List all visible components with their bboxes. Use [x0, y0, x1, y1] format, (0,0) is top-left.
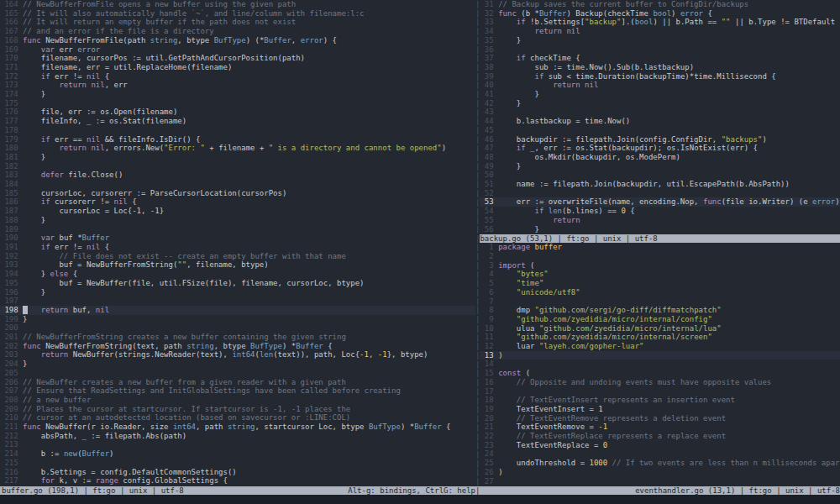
code-line[interactable]: 203 return NewBuffer(strings.NewReader(t…: [0, 350, 475, 360]
code-line[interactable]: 47 if _, err := os.Stat(backupdir); os.I…: [480, 144, 840, 153]
code-line[interactable]: 180 return nil, errors.New("Error: " + f…: [0, 144, 475, 153]
code-line[interactable]: 21 TextEventRemove = -1: [480, 423, 840, 432]
code-line[interactable]: 2: [480, 252, 840, 261]
code-line[interactable]: 178: [0, 126, 475, 135]
code-line[interactable]: 194 } else {: [0, 270, 475, 279]
code-line[interactable]: 197: [0, 297, 475, 306]
code-line[interactable]: 171 filename, err = util.ReplaceHome(fil…: [0, 63, 475, 72]
code-line[interactable]: 5 "time": [480, 279, 840, 288]
code-line[interactable]: 174 }: [0, 90, 475, 99]
code-line[interactable]: 191 if err != nil {: [0, 243, 475, 252]
code-line[interactable]: 53 err := overwriteFile(name, encoding.N…: [480, 197, 840, 207]
code-line[interactable]: 188 }: [0, 216, 475, 225]
code-line[interactable]: 15 const (: [480, 369, 840, 378]
code-line[interactable]: 207 // Ensure that ReadSettings and Init…: [0, 386, 475, 396]
code-line[interactable]: 20 // TextEventRemove represents a delet…: [480, 414, 840, 423]
code-line[interactable]: 22 // TextEventReplace represents a repl…: [480, 432, 840, 441]
code-line[interactable]: 35 }: [480, 36, 840, 45]
code-line[interactable]: 214 b := new(Buffer): [0, 449, 475, 459]
code-line[interactable]: 164 // NewBufferFromFile opens a new buf…: [0, 0, 475, 9]
code-line[interactable]: 44 b.lastbackup = time.Now(): [480, 117, 840, 126]
code-line[interactable]: 170 filename, cursorPos := util.GetPathA…: [0, 54, 475, 63]
code-line[interactable]: 11 "github.com/zyedidia/micro/internal/s…: [480, 333, 840, 342]
code-line[interactable]: 33 if !b.Settings["backup"].(bool) || b.…: [480, 18, 840, 27]
code-line[interactable]: 201 // NewBufferFromString creates a new…: [0, 333, 475, 342]
code-line[interactable]: 205: [0, 369, 475, 378]
code-line[interactable]: 216 b.Settings = config.DefaultCommonSet…: [0, 468, 475, 477]
code-line[interactable]: 27: [480, 477, 840, 486]
code-line[interactable]: 210 // cursor at an autodetected locatio…: [0, 413, 475, 423]
code-line[interactable]: 50: [480, 171, 840, 180]
code-line[interactable]: 12 luar "layeh.com/gopher-luar": [480, 342, 840, 351]
code-line[interactable]: 177 fileInfo, _ := os.Stat(filename): [0, 117, 475, 126]
code-line[interactable]: 19 TextEventInsert = 1: [480, 405, 840, 414]
code-line[interactable]: 202 func NewBufferFromString(text, path …: [0, 342, 475, 351]
code-line[interactable]: 193 buf = NewBufferFromString("", filena…: [0, 260, 475, 270]
code-line[interactable]: 26 ): [480, 468, 840, 477]
code-line[interactable]: 18 // TextEventInsert represents an inse…: [480, 396, 840, 405]
code-line[interactable]: 3 import (: [480, 261, 840, 270]
code-line[interactable]: 10 ulua "github.com/zyedidia/micro/inter…: [480, 324, 840, 333]
code-line[interactable]: 55 return: [480, 216, 840, 225]
code-line[interactable]: 183 defer file.Close(): [0, 171, 475, 180]
code-line[interactable]: 196 }: [0, 288, 475, 297]
code-line[interactable]: 37 if checkTime {: [480, 54, 840, 63]
code-line[interactable]: 195 buf = NewBuffer(file, util.FSize(fil…: [0, 279, 475, 288]
code-line[interactable]: 199 }: [0, 315, 475, 324]
code-line[interactable]: 8 dmp "github.com/sergi/go-diff/diffmatc…: [480, 306, 840, 315]
code-line[interactable]: 9 "github.com/zyedidia/micro/internal/co…: [480, 315, 840, 324]
code-line[interactable]: 186 if cursorerr != nil {: [0, 197, 475, 207]
code-line[interactable]: 175: [0, 99, 475, 108]
editor-pane-eventhandler-go[interactable]: 1 package buffer 2 3 import ( 4 "bytes" …: [480, 243, 840, 486]
code-line[interactable]: 16 // Opposite and undoing events must h…: [480, 378, 840, 387]
code-line[interactable]: 166 // It will return an empty buffer if…: [0, 18, 475, 27]
code-line[interactable]: 4 "bytes": [480, 270, 840, 279]
code-line[interactable]: 165 // It will also automatically handle…: [0, 9, 475, 18]
code-line[interactable]: 169 var err error: [0, 45, 475, 55]
code-line[interactable]: 215: [0, 459, 475, 468]
code-line[interactable]: 190 var buf *Buffer: [0, 234, 475, 243]
code-line[interactable]: 198 return buf, nil: [0, 306, 475, 315]
code-line[interactable]: 14: [480, 360, 840, 369]
code-line[interactable]: 185 cursorLoc, cursorerr := ParseCursorL…: [0, 189, 475, 198]
code-line[interactable]: 46 backupdir := filepath.Join(config.Con…: [480, 135, 840, 144]
code-line[interactable]: 48 os.Mkdir(backupdir, os.ModePerm): [480, 153, 840, 162]
code-line[interactable]: 184: [0, 180, 475, 189]
code-line[interactable]: 211 func NewBuffer(r io.Reader, size int…: [0, 423, 475, 432]
code-line[interactable]: 36: [480, 45, 840, 55]
editor-pane-buffer-go[interactable]: 164 // NewBufferFromFile opens a new buf…: [0, 0, 475, 486]
code-line[interactable]: 208 // a new buffer: [0, 396, 475, 405]
code-line[interactable]: 51 name := filepath.Join(backupdir, util…: [480, 180, 840, 189]
code-line[interactable]: 212 absPath, _ := filepath.Abs(path): [0, 432, 475, 441]
code-line[interactable]: 34 return nil: [480, 27, 840, 36]
code-line[interactable]: 17: [480, 387, 840, 396]
code-line[interactable]: 52: [480, 189, 840, 198]
code-line[interactable]: 182: [0, 162, 475, 171]
code-line[interactable]: 25 undoThreshold = 1000 // If two events…: [480, 459, 840, 468]
code-line[interactable]: 7: [480, 297, 840, 307]
code-line[interactable]: 31 // Backup saves the current buffer to…: [480, 0, 840, 9]
code-line[interactable]: 209 // Places the cursor at startcursor.…: [0, 405, 475, 414]
code-line[interactable]: 200: [0, 323, 475, 333]
code-line[interactable]: 56 }: [480, 225, 840, 234]
code-line[interactable]: 23 TextEventReplace = 0: [480, 441, 840, 450]
code-line[interactable]: 39 if sub < time.Duration(backupTime)*ti…: [480, 72, 840, 81]
code-line[interactable]: 172 if err != nil {: [0, 72, 475, 81]
code-line[interactable]: 206 // NewBuffer creates a new buffer fr…: [0, 378, 475, 387]
code-line[interactable]: 32 func (b *Buffer) Backup(checkTime boo…: [480, 9, 840, 18]
code-line[interactable]: 189: [0, 225, 475, 234]
code-line[interactable]: 13 ): [480, 351, 840, 360]
editor-pane-backup-go[interactable]: 31 // Backup saves the current buffer to…: [480, 0, 840, 234]
code-line[interactable]: 40 return nil: [480, 81, 840, 90]
code-line[interactable]: 168 func NewBufferFromFile(path string, …: [0, 36, 475, 45]
command-line[interactable]: [0, 495, 840, 504]
code-line[interactable]: 6 "unicode/utf8": [480, 288, 840, 297]
code-line[interactable]: 43: [480, 108, 840, 117]
code-line[interactable]: 24: [480, 449, 840, 459]
code-line[interactable]: 42 }: [480, 99, 840, 108]
code-line[interactable]: 173 return nil, err: [0, 81, 475, 90]
code-line[interactable]: 176 file, err := os.Open(filename): [0, 108, 475, 117]
code-line[interactable]: 217 for k, v := range config.GlobalSetti…: [0, 476, 475, 486]
code-line[interactable]: 181 }: [0, 153, 475, 162]
code-line[interactable]: 192 // File does not exist -- create an …: [0, 252, 475, 261]
